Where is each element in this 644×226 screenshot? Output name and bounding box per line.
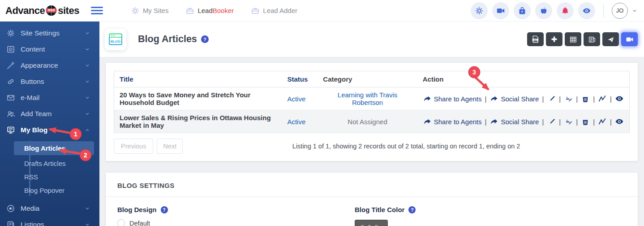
sidebar-item-site-settings[interactable]: Site Settings xyxy=(0,25,99,41)
apple-button[interactable] xyxy=(535,2,552,19)
edit-button[interactable] xyxy=(547,94,556,103)
trash-icon xyxy=(581,117,590,126)
table-view-button[interactable] xyxy=(565,32,581,46)
app-logo[interactable]: Advance WEB sites xyxy=(5,4,79,17)
table-header-row: Title Status Category Action xyxy=(114,71,630,87)
nav-leadbooker[interactable]: LeadBooker xyxy=(185,6,234,15)
play-store-button[interactable] xyxy=(514,2,531,19)
chevron-down-icon xyxy=(84,30,90,36)
svg-text:XML: XML xyxy=(533,39,538,41)
stats-button[interactable] xyxy=(598,117,607,126)
pulse-icon xyxy=(598,94,607,103)
image-edit-icon xyxy=(564,94,573,103)
nav-my-sites[interactable]: My Sites xyxy=(131,6,169,15)
sidebar-item-media[interactable]: Media xyxy=(0,200,99,217)
sidebar-item-drafts-articles[interactable]: Drafts Articles xyxy=(0,156,99,170)
blog-settings-heading: BLOG SETTINGS xyxy=(106,173,638,197)
gear-icon xyxy=(131,6,140,15)
edit-icon xyxy=(547,117,556,126)
menu-toggle-icon[interactable] xyxy=(91,7,103,15)
previous-button[interactable]: Previous xyxy=(114,139,153,154)
video-icon xyxy=(626,35,634,43)
status-link[interactable]: Active xyxy=(287,118,305,126)
briefcase-icon xyxy=(251,6,260,15)
eye-icon xyxy=(615,94,624,103)
social-share-link[interactable]: Social Share xyxy=(489,117,539,126)
chevron-down-icon xyxy=(84,78,90,85)
preview-button[interactable] xyxy=(578,2,595,19)
user-menu-chevron-icon[interactable] xyxy=(631,8,638,14)
my-blog-submenu: Blog Articles Drafts Articles RSS Blog P… xyxy=(0,138,99,200)
social-share-link[interactable]: Social Share xyxy=(489,94,539,103)
sidebar-item-appearance[interactable]: Appearance xyxy=(0,57,99,74)
logo-text-suffix: sites xyxy=(58,5,79,17)
image-edit-icon xyxy=(564,117,573,126)
video-button[interactable] xyxy=(621,32,638,46)
category-link[interactable]: Learning with Travis Robertson xyxy=(338,91,397,106)
top-bar: Advance WEB sites My Sites LeadBooker Le… xyxy=(0,0,644,22)
view-button[interactable] xyxy=(615,94,624,103)
pulse-icon xyxy=(598,117,607,126)
add-article-button[interactable] xyxy=(546,32,562,46)
table-row: 20 Ways to Save Money and Stretch Your H… xyxy=(114,87,630,110)
edit-image-button[interactable] xyxy=(564,117,573,126)
sidebar-item-rss[interactable]: RSS xyxy=(0,170,99,183)
edit-image-button[interactable] xyxy=(564,94,573,103)
logo-text-prefix: Advance xyxy=(5,5,45,17)
team-icon xyxy=(6,109,15,118)
gear-icon xyxy=(6,29,15,38)
top-actions: JO xyxy=(466,2,638,19)
add-icon xyxy=(550,35,558,43)
app-settings-button[interactable] xyxy=(471,2,488,19)
sidebar-item-email[interactable]: e-Mail xyxy=(0,90,99,106)
next-button[interactable]: Next xyxy=(157,139,183,154)
share-icon xyxy=(489,94,498,103)
radio-option-default: Default xyxy=(117,219,355,226)
delete-button[interactable] xyxy=(581,94,590,103)
column-header-category: Category xyxy=(318,71,417,87)
edit-icon xyxy=(547,94,556,103)
sidebar-item-listings[interactable]: Listings xyxy=(0,217,99,226)
table-row: Lower Sales & Rising Prices in Ottawa Ho… xyxy=(114,110,630,133)
view-button[interactable] xyxy=(615,117,624,126)
sidebar-item-buttons[interactable]: Buttons xyxy=(0,74,99,90)
app-settings-icon xyxy=(475,6,484,15)
blog-title-color-group: Blog Title Color ? 5e5e5e xyxy=(355,206,416,226)
sidebar-item-content[interactable]: Content xyxy=(0,41,99,57)
blog-title-color-swatch[interactable]: 5e5e5e xyxy=(355,220,388,226)
help-icon[interactable]: ? xyxy=(408,206,416,213)
play-store-icon xyxy=(518,6,527,15)
sidebar-item-blog-popover[interactable]: Blog Popover xyxy=(0,183,99,197)
help-icon[interactable]: ? xyxy=(161,206,168,213)
chevron-down-icon xyxy=(84,205,90,212)
sidebar-item-blog-articles[interactable]: Blog Articles xyxy=(14,141,94,155)
xml-export-button[interactable]: XML xyxy=(527,32,544,46)
table-view-icon xyxy=(569,35,577,43)
svg-text:BLOG: BLOG xyxy=(110,39,120,43)
globe-icon: WEB xyxy=(45,4,57,17)
help-icon[interactable]: ? xyxy=(201,35,209,43)
nav-lead-adder[interactable]: Lead Adder xyxy=(251,6,297,15)
listing-summary: Listing 1 of 1, showing 2 records out of… xyxy=(183,143,630,150)
notifications-button[interactable] xyxy=(557,2,574,19)
news-layout-button[interactable] xyxy=(584,32,600,46)
share-icon xyxy=(423,117,432,126)
xml-export-icon: XML xyxy=(531,35,540,43)
stats-button[interactable] xyxy=(598,94,607,103)
share-to-agents-link[interactable]: Share to Agents xyxy=(423,94,482,103)
send-button[interactable] xyxy=(602,32,619,46)
column-header-title: Title xyxy=(114,71,282,87)
video-camera-button[interactable] xyxy=(492,2,509,19)
sidebar-item-add-team[interactable]: Add Team xyxy=(0,106,99,122)
radio-default[interactable] xyxy=(117,219,125,226)
sidebar-item-my-blog[interactable]: My Blog xyxy=(0,122,99,138)
divider xyxy=(603,4,604,17)
buttons-icon xyxy=(6,77,15,86)
user-avatar[interactable]: JO xyxy=(612,3,628,19)
status-link[interactable]: Active xyxy=(287,95,305,103)
share-to-agents-link[interactable]: Share to Agents xyxy=(423,117,482,126)
edit-button[interactable] xyxy=(547,117,556,126)
share-icon xyxy=(423,94,432,103)
video-camera-icon xyxy=(496,6,505,15)
delete-button[interactable] xyxy=(581,117,590,126)
